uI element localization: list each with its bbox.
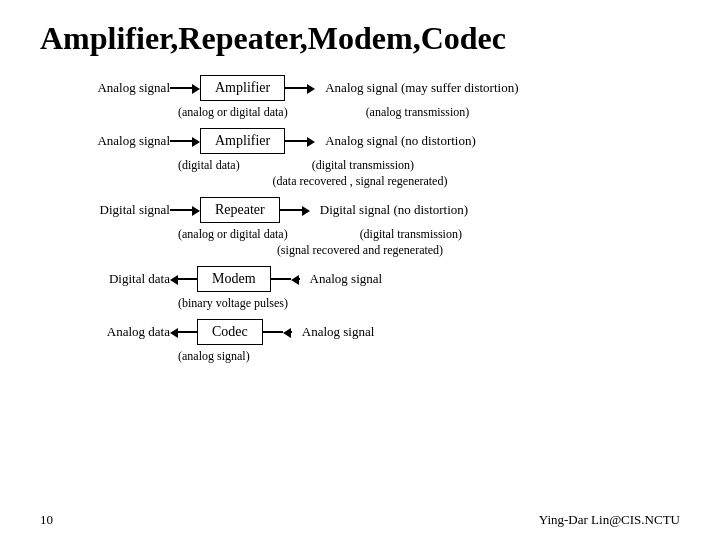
section-codec: Analog data Codec Analog signal (analog …: [40, 319, 680, 364]
signal-out-label-4: Analog signal: [310, 271, 383, 287]
sub-in-3: (analog or digital data): [178, 227, 288, 241]
arrow-bidir-right-4: [271, 270, 300, 288]
sub-row-4: (binary voltage pulses): [178, 296, 680, 311]
modem-box: Modem: [197, 266, 271, 292]
section-amplifier2: Analog signal Amplifier Analog signal (n…: [40, 128, 680, 189]
sub-box-1: (analog transmission): [366, 105, 470, 119]
extra-label-3: (signal recovered and regenerated): [40, 243, 680, 258]
signal-out-label-2: Analog signal (no distortion): [325, 133, 476, 149]
page-title: Amplifier,Repeater,Modem,Codec: [40, 20, 680, 57]
sub-box-2: (digital transmission): [312, 158, 414, 172]
row-repeater: Digital signal Repeater Digital signal (…: [40, 197, 680, 223]
arrow-in-3: [170, 201, 200, 219]
sub-row-3: (analog or digital data) (digital transm…: [178, 227, 680, 242]
sub-in-1: (analog or digital data): [178, 105, 288, 119]
sub-box-3: (digital transmission): [360, 227, 462, 241]
sub-in-5: (analog signal): [178, 349, 250, 363]
signal-in-label-4: Digital data: [40, 271, 170, 287]
row-amplifier2: Analog signal Amplifier Analog signal (n…: [40, 128, 680, 154]
amplifier2-box: Amplifier: [200, 128, 285, 154]
arrow-out-1: [285, 79, 315, 97]
extra-label-2: (data recovered , signal regenerated): [40, 174, 680, 189]
row-modem: Digital data Modem Analog signal: [40, 266, 680, 292]
author: Ying-Dar Lin@CIS.NCTU: [539, 512, 680, 528]
page-number: 10: [40, 512, 53, 528]
row-codec: Analog data Codec Analog signal: [40, 319, 680, 345]
arrow-in-1: [170, 79, 200, 97]
signal-out-label-3: Digital signal (no distortion): [320, 202, 468, 218]
section-modem: Digital data Modem Analog signal (binary…: [40, 266, 680, 311]
codec-box: Codec: [197, 319, 263, 345]
signal-in-label-2: Analog signal: [40, 133, 170, 149]
sub-info-1: (analog or digital data) (analog transmi…: [178, 105, 680, 120]
row-amplifier1: Analog signal Amplifier Analog signal (m…: [40, 75, 680, 101]
signal-out-label-1: Analog signal (may suffer distortion): [325, 80, 518, 96]
section-amplifier1: Analog signal Amplifier Analog signal (m…: [40, 75, 680, 120]
sub-in-2: (digital data): [178, 158, 240, 172]
signal-in-label-1: Analog signal: [40, 80, 170, 96]
arrow-out-2: [285, 132, 315, 150]
footer: 10 Ying-Dar Lin@CIS.NCTU: [0, 512, 720, 528]
section-repeater: Digital signal Repeater Digital signal (…: [40, 197, 680, 258]
repeater-box: Repeater: [200, 197, 280, 223]
arrow-in-2: [170, 132, 200, 150]
signal-in-label-3: Digital signal: [40, 202, 170, 218]
amplifier1-box: Amplifier: [200, 75, 285, 101]
sub-in-4: (binary voltage pulses): [178, 296, 288, 310]
sub-row-5: (analog signal): [178, 349, 680, 364]
arrow-bidir-right-5: [263, 323, 292, 341]
signal-in-label-5: Analog data: [40, 324, 170, 340]
arrow-out-3: [280, 201, 310, 219]
main-page: Amplifier,Repeater,Modem,Codec Analog si…: [0, 0, 720, 540]
signal-out-label-5: Analog signal: [302, 324, 375, 340]
sub-row-2: (digital data) (digital transmission): [178, 158, 680, 173]
arrow-bidir-left-5: [170, 323, 197, 341]
arrow-bidir-left-4: [170, 270, 197, 288]
